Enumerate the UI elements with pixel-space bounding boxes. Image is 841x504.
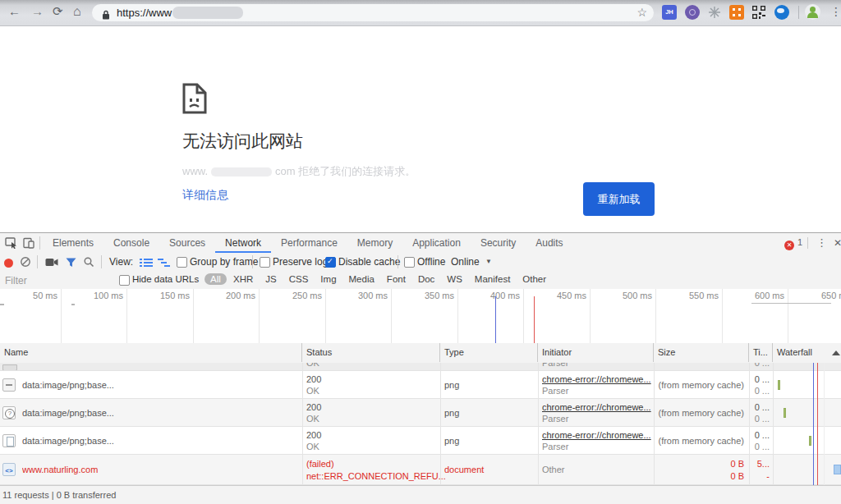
forward-icon[interactable]: → <box>31 4 44 18</box>
table-row-failed[interactable]: www.naturling.com (failed) net::ERR_CONN… <box>0 455 841 485</box>
filter-chip-css[interactable]: CSS <box>289 274 309 284</box>
hide-data-urls-checkbox[interactable] <box>119 275 130 286</box>
extension-orange-icon[interactable] <box>729 5 744 20</box>
details-link[interactable]: 详细信息 <box>182 188 228 203</box>
record-button[interactable] <box>4 259 13 268</box>
extension-blue-icon[interactable] <box>774 5 789 20</box>
load-event-line <box>817 363 818 485</box>
status-cell: 200 <box>306 430 321 440</box>
bookmark-star-icon[interactable]: ☆ <box>636 6 647 19</box>
type-cell: png <box>444 436 459 446</box>
view-list-icon[interactable] <box>140 258 153 270</box>
tab-performance[interactable]: Performance <box>271 234 347 253</box>
table-row[interactable]: data:image/png;base... 200 OK png chrome… <box>0 399 841 427</box>
network-overview[interactable]: 50 ms 100 ms 150 ms 200 ms 250 ms 300 ms… <box>0 289 841 344</box>
time-sub-cell: 0 ... <box>742 414 770 424</box>
request-name[interactable]: data:image/png;base... <box>22 436 114 446</box>
filter-chip-font[interactable]: Font <box>387 274 406 284</box>
extension-qr-icon[interactable] <box>751 5 766 20</box>
view-label: View: <box>109 256 133 268</box>
col-type[interactable]: Type <box>440 343 538 362</box>
device-toolbar-icon[interactable] <box>23 237 34 251</box>
size-cell: (from memory cache) <box>654 436 744 446</box>
filter-funnel-icon[interactable] <box>66 258 76 270</box>
capture-screenshots-icon[interactable] <box>45 258 58 269</box>
col-initiator[interactable]: Initiator <box>538 343 654 362</box>
toolbar-separator <box>798 6 799 19</box>
chevron-down-icon[interactable]: ▼ <box>485 258 492 265</box>
search-icon[interactable] <box>83 256 94 270</box>
initiator-link[interactable]: chrome-error://chromewe... <box>542 430 651 440</box>
initiator-link[interactable]: chrome-error://chromewe... <box>542 402 651 412</box>
tab-application[interactable]: Application <box>402 234 471 253</box>
reload-icon[interactable]: ⟳ <box>53 4 63 19</box>
error-x-icon: ✕ <box>784 241 794 250</box>
filter-chip-doc[interactable]: Doc <box>418 274 434 284</box>
tab-audits[interactable]: Audits <box>526 234 572 253</box>
home-icon[interactable]: ⌂ <box>73 4 81 19</box>
col-waterfall[interactable]: Waterfall <box>773 343 841 362</box>
devtools-menu-kebab-icon[interactable]: ⋮ <box>816 236 827 249</box>
extension-jh-icon[interactable]: JH <box>662 5 677 20</box>
back-icon[interactable]: ← <box>8 4 21 18</box>
extension-snowflake-icon[interactable] <box>707 5 722 20</box>
tab-network[interactable]: Network <box>215 234 271 253</box>
initiator-sub-cell: Parser <box>542 386 568 396</box>
filter-chip-manifest[interactable]: Manifest <box>475 274 510 284</box>
table-row-partial[interactable]: OK Parser 0 ... <box>0 363 841 371</box>
filter-chip-media[interactable]: Media <box>349 274 375 284</box>
col-status[interactable]: Status <box>302 343 440 362</box>
time-cell: 0 ... <box>742 374 770 384</box>
inspect-element-icon[interactable] <box>5 237 18 251</box>
initiator-link[interactable]: chrome-error://chromewe... <box>542 374 651 384</box>
disable-cache-checkbox[interactable] <box>325 257 336 268</box>
filter-chip-other[interactable]: Other <box>522 274 546 284</box>
network-filter-row: Hide data URLs All XHR JS CSS Img Media … <box>0 272 841 290</box>
col-size[interactable]: Size <box>654 343 749 362</box>
tab-sources[interactable]: Sources <box>159 234 215 253</box>
grid-line <box>654 363 655 485</box>
group-by-frame-label: Group by frame <box>190 256 258 268</box>
col-name[interactable]: Name <box>0 343 302 362</box>
tabbar-separator <box>39 236 40 250</box>
table-row[interactable]: data:image/png;base... 200 OK png chrome… <box>0 427 841 455</box>
reload-page-button[interactable]: 重新加载 <box>583 182 655 216</box>
tab-console[interactable]: Console <box>103 234 159 253</box>
toolbar-sep <box>398 255 398 268</box>
table-row[interactable]: data:image/png;base... 200 OK png chrome… <box>0 371 841 399</box>
request-name[interactable]: data:image/png;base... <box>22 380 114 390</box>
clear-icon[interactable] <box>20 256 31 270</box>
ruler-tick: 50 ms <box>21 291 57 300</box>
time-sub-cell: 0 ... <box>742 442 770 451</box>
extension-purple-icon[interactable] <box>685 5 700 20</box>
toolbar-sep <box>37 255 38 268</box>
filter-chip-img[interactable]: Img <box>320 274 336 284</box>
ruler-tick: 200 ms <box>219 291 255 300</box>
tab-memory[interactable]: Memory <box>347 234 402 253</box>
initiator-sub-cell: Parser <box>542 414 568 424</box>
request-name[interactable]: www.naturling.com <box>22 465 98 474</box>
offline-checkbox[interactable] <box>404 257 415 268</box>
initiator-sub-cell: Parser <box>542 442 568 451</box>
address-bar[interactable]: https://www ☆ <box>92 4 654 21</box>
status-cell: (failed) <box>306 459 334 469</box>
view-waterfall-icon[interactable] <box>158 258 171 270</box>
sort-triangle-icon[interactable] <box>832 351 840 355</box>
filter-chip-xhr[interactable]: XHR <box>233 274 253 284</box>
preserve-log-checkbox[interactable] <box>260 257 270 268</box>
browser-menu-kebab-icon[interactable]: ⋮ <box>830 5 841 18</box>
tab-elements[interactable]: Elements <box>43 234 103 253</box>
profile-avatar[interactable] <box>805 4 820 20</box>
col-time[interactable]: Ti... <box>749 343 773 362</box>
ruler-tick: 100 ms <box>87 291 123 300</box>
group-by-frame-checkbox[interactable] <box>177 257 187 268</box>
throttling-select[interactable]: Online <box>451 256 480 268</box>
console-error-badge[interactable]: ✕ <box>784 238 794 250</box>
filter-chip-js[interactable]: JS <box>265 274 276 284</box>
devtools-close-icon[interactable]: ✕ <box>834 237 841 249</box>
tab-security[interactable]: Security <box>471 234 526 253</box>
filter-chip-ws[interactable]: WS <box>447 274 462 284</box>
request-name[interactable]: data:image/png;base... <box>22 408 114 418</box>
filter-chip-all[interactable]: All <box>205 273 227 285</box>
filter-input[interactable] <box>3 273 113 288</box>
